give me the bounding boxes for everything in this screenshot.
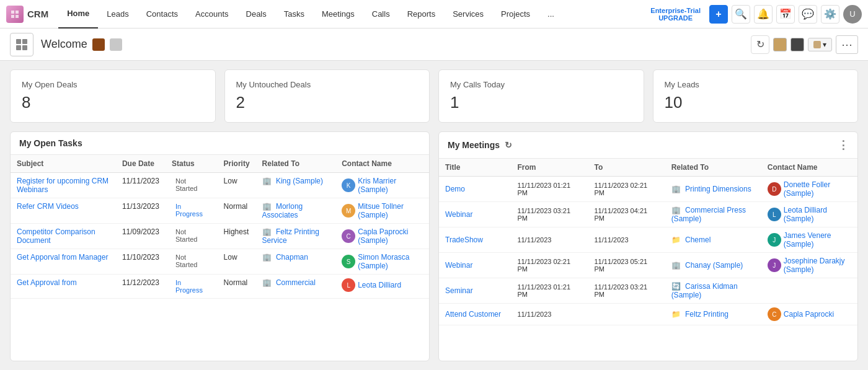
task-status: In Progress [166,275,218,299]
task-subject: Get Approval from [11,275,116,299]
meeting-from: 11/11/2023 [511,304,588,325]
col-contact-name: Contact Name [335,155,429,173]
meeting-from: 11/11/2023 01:21 PM [511,278,588,304]
mcol-contact: Contact Name [761,159,857,177]
meeting-related-to: 🏢 Chanay (Sample) [665,253,761,278]
stat-card-untouched-deals: My Untouched Deals 2 [224,69,430,123]
related-to-link[interactable]: Chapman [276,253,308,262]
meeting-related-link[interactable]: Printing Dimensions [685,185,751,193]
more-options-button[interactable]: ⋯ [836,35,858,54]
stat-card-calls-today: My Calls Today 1 [438,69,644,123]
meeting-related-link[interactable]: Feltz Printing [685,310,728,319]
task-related-to: 🏢 Feltz Printing Service [256,224,336,249]
welcome-title: Welcome [41,38,122,51]
contact-name-link[interactable]: Mitsue Tollner (Sample) [358,202,423,219]
create-button[interactable]: + [709,5,728,24]
contact-name-link[interactable]: Donette Foller (Sample) [784,180,851,198]
nav-accounts[interactable]: Accounts [187,0,237,29]
contact-name-link[interactable]: Leota Dilliard [358,281,401,289]
meeting-title-link[interactable]: Demo [445,185,465,193]
meeting-from: 11/11/2023 01:21 PM [511,177,588,202]
nav-tasks[interactable]: Tasks [275,0,313,29]
task-subject-link[interactable]: Refer CRM Videos [17,202,79,211]
task-related-to: 🏢 Morlong Associates [256,198,336,224]
meeting-title-link[interactable]: Seminar [445,286,473,295]
meeting-related-icon: 🏢 [671,185,681,193]
meeting-title-link[interactable]: TradeShow [445,236,483,244]
leads-value: 10 [665,93,847,112]
task-subject-link[interactable]: Register for upcoming CRM Webinars [17,177,108,194]
calls-today-value: 1 [450,93,632,112]
meeting-related-icon: 🔄 [671,282,681,291]
task-subject-link[interactable]: Get Approval from [17,278,77,287]
meetings-panel-actions: ⋮ [838,138,849,152]
user-avatar[interactable]: U [843,5,862,24]
tasks-scroll[interactable]: Subject Due Date Status Priority Related… [11,155,429,361]
search-button[interactable]: 🔍 [732,5,750,24]
contact-avatar: L [342,278,355,292]
contact-avatar: K [342,178,355,192]
top-navigation: CRM Home Leads Contacts Accounts Deals T… [0,0,868,29]
meeting-related-link[interactable]: Chanay (Sample) [685,261,743,270]
meetings-scroll[interactable]: Title From To Related To Contact Name De… [439,159,857,361]
notifications-button[interactable]: 🔔 [754,5,773,24]
meeting-title: Attend Customer [439,304,511,325]
nav-projects[interactable]: Projects [492,0,539,29]
task-priority: Low [218,173,256,198]
meeting-from: 11/11/2023 03:21 PM [511,202,588,227]
col-status: Status [166,155,218,173]
nav-meetings[interactable]: Meetings [313,0,363,29]
refresh-button[interactable]: ↻ [751,35,769,54]
meeting-title: TradeShow [439,227,511,253]
theme-selector[interactable]: ▾ [808,38,832,51]
meeting-title-link[interactable]: Webinar [445,210,472,219]
nav-reports[interactable]: Reports [399,0,445,29]
contact-name-link[interactable]: Leota Dilliard (Sample) [784,206,851,223]
theme-color-1[interactable] [773,38,787,51]
meetings-refresh-icon[interactable]: ↻ [505,140,512,150]
task-subject: Get Apporval from Manager [11,249,116,275]
meeting-related-link[interactable]: Commercial Press (Sample) [671,206,746,223]
meetings-table: Title From To Related To Contact Name De… [439,159,857,325]
nav-deals[interactable]: Deals [237,0,275,29]
related-icon: 🏢 [262,278,272,287]
task-related-to: 🏢 King (Sample) [256,173,336,198]
task-due-date: 11/13/2023 [116,198,166,224]
chat-button[interactable]: 💬 [799,5,817,24]
color-swatch-gray [110,38,122,51]
nav-leads[interactable]: Leads [98,0,137,29]
theme-color-2[interactable] [790,38,804,51]
meeting-related-link[interactable]: Carissa Kidman (Sample) [671,282,738,299]
task-subject-link[interactable]: Competitor Comparison Document [17,227,95,245]
col-due-date: Due Date [116,155,166,173]
stat-card-leads: My Leads 10 [653,69,859,123]
task-status: In Progress [166,198,218,224]
col-related-to: Related To [256,155,336,173]
related-to-link[interactable]: Commercial [276,278,316,287]
crm-logo[interactable]: CRM [6,6,48,23]
meetings-more-icon[interactable]: ⋮ [838,138,849,152]
calendar-button[interactable]: 📅 [776,5,795,24]
nav-more[interactable]: ... [539,0,563,29]
task-subject-link[interactable]: Get Apporval from Manager [17,253,108,262]
meeting-related-to: 📁 Chemel [665,227,761,253]
untouched-deals-label: My Untouched Deals [236,80,418,89]
contact-name-link[interactable]: Kris Marrier (Sample) [358,177,423,194]
task-contact: L Leota Dilliard [335,275,429,299]
nav-services[interactable]: Services [444,0,492,29]
nav-items: Home Leads Contacts Accounts Deals Tasks… [58,0,650,29]
meeting-title-link[interactable]: Attend Customer [445,310,501,319]
settings-button[interactable]: ⚙️ [821,5,839,24]
related-to-link[interactable]: King (Sample) [276,177,323,185]
contact-name-link[interactable]: Josephine Darakjy (Sample) [784,257,851,274]
nav-contacts[interactable]: Contacts [138,0,187,29]
contact-name-link[interactable]: Capla Paprocki (Sample) [358,227,423,245]
meeting-related-link[interactable]: Chemel [685,236,711,244]
nav-calls[interactable]: Calls [363,0,399,29]
contact-name-link[interactable]: Capla Paprocki [784,310,834,319]
meeting-contact: L Leota Dilliard (Sample) [761,202,857,227]
meeting-title-link[interactable]: Webinar [445,261,472,270]
nav-home[interactable]: Home [58,0,98,29]
contact-name-link[interactable]: Simon Morasca (Sample) [358,253,423,270]
contact-name-link[interactable]: James Venere (Sample) [784,231,851,249]
